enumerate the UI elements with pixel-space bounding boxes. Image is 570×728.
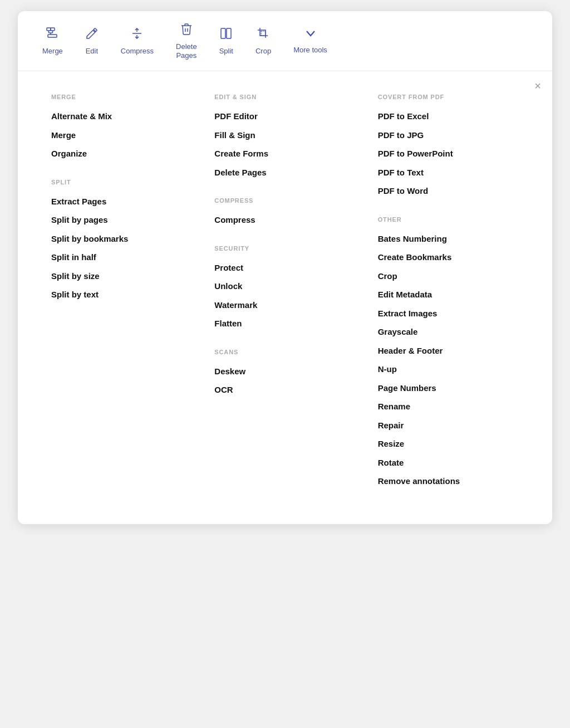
section-title-convert: COVERT FROM PDF	[378, 94, 530, 100]
menu-item-pdf-to-jpg[interactable]: PDF to JPG	[378, 126, 530, 145]
toolbar-item-more-tools[interactable]: More tools	[282, 23, 338, 59]
delete-pages-icon	[180, 22, 193, 39]
section-title-edit-sign: EDIT & SIGN	[214, 94, 366, 100]
svg-rect-10	[221, 28, 225, 38]
menu-item-create-bookmarks[interactable]: Create Bookmarks	[378, 248, 530, 267]
menu-item-crop[interactable]: Crop	[378, 267, 530, 286]
menu-item-merge[interactable]: Merge	[51, 126, 203, 145]
menu-item-alternate-mix[interactable]: Alternate & Mix	[51, 107, 203, 126]
svg-rect-12	[261, 31, 266, 36]
crop-icon	[257, 27, 270, 43]
app-container: Merge Edit Compress	[18, 11, 552, 524]
svg-rect-2	[48, 35, 57, 37]
svg-rect-1	[51, 28, 55, 31]
column-edit-security: EDIT & SIGN PDF Editor Fill & Sign Creat…	[203, 94, 366, 491]
split-icon	[219, 27, 233, 43]
menu-item-deskew[interactable]: Deskew	[214, 362, 366, 381]
menu-item-pdf-to-word[interactable]: PDF to Word	[378, 182, 530, 201]
toolbar-item-compress[interactable]: Compress	[110, 22, 165, 60]
section-title-compress: COMPRESS	[214, 197, 366, 204]
section-title-split: SPLIT	[51, 179, 203, 185]
split-label: Split	[219, 47, 233, 56]
menu-item-split-by-bookmarks[interactable]: Split by bookmarks	[51, 229, 203, 248]
edit-label: Edit	[86, 47, 98, 56]
svg-rect-11	[227, 28, 231, 38]
toolbar-item-edit[interactable]: Edit	[74, 22, 110, 60]
close-button[interactable]: ×	[534, 80, 541, 91]
toolbar-item-split[interactable]: Split	[208, 22, 244, 60]
toolbar-item-crop[interactable]: Crop	[244, 22, 282, 60]
menu-item-split-by-size[interactable]: Split by size	[51, 267, 203, 286]
menu-item-split-by-pages[interactable]: Split by pages	[51, 211, 203, 229]
menu-item-grayscale[interactable]: Grayscale	[378, 323, 530, 341]
menu-item-header-footer[interactable]: Header & Footer	[378, 341, 530, 360]
menu-item-rotate[interactable]: Rotate	[378, 453, 530, 472]
section-title-other: OTHER	[378, 216, 530, 223]
column-merge-split: MERGE Alternate & Mix Merge Organize SPL…	[51, 94, 203, 491]
section-title-merge: MERGE	[51, 94, 203, 100]
dropdown-panel: × MERGE Alternate & Mix Merge Organize S…	[18, 71, 552, 524]
merge-icon	[46, 27, 59, 43]
menu-item-fill-sign[interactable]: Fill & Sign	[214, 126, 366, 145]
menu-item-protect[interactable]: Protect	[214, 258, 366, 277]
section-title-scans: SCANS	[214, 349, 366, 355]
delete-pages-label: DeletePages	[176, 42, 197, 60]
menu-item-page-numbers[interactable]: Page Numbers	[378, 379, 530, 398]
menu-item-split-in-half[interactable]: Split in half	[51, 248, 203, 267]
menu-item-watermark[interactable]: Watermark	[214, 296, 366, 315]
merge-label: Merge	[42, 47, 63, 56]
menu-item-edit-metadata[interactable]: Edit Metadata	[378, 285, 530, 304]
menu-item-compress[interactable]: Compress	[214, 211, 366, 229]
svg-rect-0	[47, 28, 51, 31]
menu-item-n-up[interactable]: N-up	[378, 360, 530, 379]
crop-label: Crop	[255, 47, 271, 56]
menu-item-pdf-to-text[interactable]: PDF to Text	[378, 163, 530, 182]
menu-item-ocr[interactable]: OCR	[214, 380, 366, 399]
menu-item-extract-pages[interactable]: Extract Pages	[51, 192, 203, 211]
columns-wrapper: MERGE Alternate & Mix Merge Organize SPL…	[18, 82, 552, 502]
compress-icon	[130, 27, 144, 43]
section-title-security: SECURITY	[214, 245, 366, 252]
menu-item-split-by-text[interactable]: Split by text	[51, 285, 203, 304]
menu-item-resize[interactable]: Resize	[378, 434, 530, 453]
compress-label: Compress	[121, 47, 154, 56]
menu-item-repair[interactable]: Repair	[378, 416, 530, 435]
more-tools-label: More tools	[293, 46, 327, 55]
menu-item-pdf-editor[interactable]: PDF Editor	[214, 107, 366, 126]
menu-item-unlock[interactable]: Unlock	[214, 277, 366, 296]
menu-item-create-forms[interactable]: Create Forms	[214, 144, 366, 163]
chevron-down-icon	[304, 27, 317, 42]
toolbar: Merge Edit Compress	[18, 11, 552, 71]
menu-item-remove-annotations[interactable]: Remove annotations	[378, 472, 530, 491]
menu-item-rename[interactable]: Rename	[378, 397, 530, 416]
column-convert-other: COVERT FROM PDF PDF to Excel PDF to JPG …	[367, 94, 530, 491]
menu-item-extract-images[interactable]: Extract Images	[378, 304, 530, 323]
menu-item-delete-pages[interactable]: Delete Pages	[214, 163, 366, 182]
menu-item-pdf-to-excel[interactable]: PDF to Excel	[378, 107, 530, 126]
toolbar-item-merge[interactable]: Merge	[31, 22, 74, 60]
menu-item-bates-numbering[interactable]: Bates Numbering	[378, 229, 530, 248]
toolbar-item-delete-pages[interactable]: DeletePages	[165, 18, 208, 64]
menu-item-flatten[interactable]: Flatten	[214, 314, 366, 333]
menu-item-organize[interactable]: Organize	[51, 144, 203, 163]
edit-icon	[85, 27, 99, 43]
menu-item-pdf-to-powerpoint[interactable]: PDF to PowerPoint	[378, 144, 530, 163]
